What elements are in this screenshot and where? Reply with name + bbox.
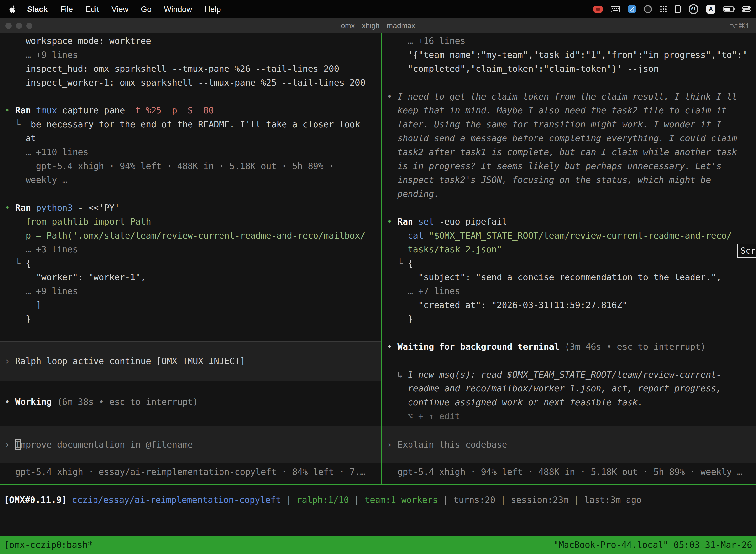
terminal-line: ]: [5, 298, 381, 312]
right-pane-footer: gpt-5.4 xhigh · 94% left · 488K in · 5.1…: [382, 465, 756, 479]
keyboard-icon[interactable]: [611, 6, 620, 12]
apple-menu-icon[interactable]: [4, 5, 21, 13]
terminal-line: [5, 187, 381, 201]
menu-item-go[interactable]: Go: [135, 5, 158, 14]
terminal-line: … +7 lines: [387, 284, 756, 298]
terminal-line: continue assigned work or next feasible …: [387, 395, 756, 409]
zoom-button[interactable]: [26, 22, 33, 29]
battery-percentage-badge[interactable]: 61: [689, 4, 698, 14]
close-button[interactable]: [5, 22, 12, 29]
terminal-line: [387, 76, 756, 90]
right-pane-output: … +16 lines '{"team_name":"my-team","tas…: [382, 33, 756, 423]
menu-app-name[interactable]: Slack: [21, 5, 54, 14]
terminal-line: p = Path('.omx/state/team/review-current…: [5, 229, 381, 242]
terminal-line: … +110 lines: [5, 145, 381, 159]
terminal-line: [387, 326, 756, 340]
working-status: • Working (6m 38s • esc to interrupt): [0, 395, 381, 409]
terminal-line: • Waiting for background terminal (3m 46…: [387, 340, 756, 354]
menu-item-file[interactable]: File: [54, 5, 79, 14]
terminal-line: gpt-5.4 xhigh · 94% left · 488K in · 5.1…: [5, 159, 381, 173]
terminal-line: └ {: [387, 257, 756, 270]
terminal-line: inspect_worker-1: omx sparkshell --tmux-…: [5, 76, 381, 90]
window-shortcut-hint: ⌥⌘1: [730, 21, 750, 30]
menu-bar-status-icons: 61 A: [593, 4, 752, 14]
menu-item-window[interactable]: Window: [158, 5, 198, 14]
left-terminal-pane[interactable]: workspace_mode: worktree … +9 lines insp…: [0, 33, 381, 484]
terminal-line: … +9 lines: [5, 48, 381, 62]
terminal-line: cat "$OMX_TEAM_STATE_ROOT/team/review-cu…: [387, 229, 756, 242]
menu-item-help[interactable]: Help: [198, 5, 227, 14]
terminal-line: }: [387, 312, 756, 326]
omx-session-status: [OMX#0.11.9] cczip/essay/ai-reimplementa…: [0, 493, 756, 507]
window-title: omx --xhigh --madmax: [0, 21, 756, 30]
battery-icon[interactable]: [723, 6, 734, 12]
traffic-lights: [5, 22, 33, 29]
terminal-line: weekly …: [5, 173, 381, 187]
menu-bar-left: Slack File Edit View Go Window Help: [4, 5, 227, 14]
menu-item-edit[interactable]: Edit: [79, 5, 105, 14]
terminal-line: • Ran set -euo pipefail: [387, 215, 756, 229]
prompt-input-left[interactable]: › Improve documentation in @filename: [0, 426, 381, 463]
terminal-line: tasks/task-2.json": [387, 242, 756, 257]
right-terminal-pane[interactable]: … +16 lines '{"team_name":"my-team","tas…: [382, 33, 756, 484]
terminal-line: readme-and-reco/mailbox/worker-1.json, a…: [387, 382, 756, 395]
terminal-line: "created_at": "2026-03-31T11:59:27.816Z": [387, 298, 756, 312]
terminal-line: └ {: [5, 257, 381, 270]
terminal-line: should send a message before completing …: [387, 131, 756, 145]
left-pane-output: workspace_mode: worktree … +9 lines insp…: [0, 33, 381, 326]
left-pane-footer: gpt-5.4 xhigh · essay/ai-reimplementatio…: [0, 465, 381, 479]
terminal-line: task2 after task1 is complete, but can I…: [387, 145, 756, 159]
terminal-line: • Ran tmux capture-pane -t %25 -p -S -80: [5, 104, 381, 117]
terminal-line: workspace_mode: worktree: [5, 34, 381, 48]
terminal-line: is in progress? It seems likely but perh…: [387, 159, 756, 173]
screen-capture-overlay: Scre: [737, 244, 756, 258]
tmux-inject-banner: › Ralph loop active continue [OMX_TMUX_I…: [0, 341, 381, 381]
terminal-line: └ be necessary for the end of the README…: [5, 117, 381, 131]
terminal-line: ↳ 1 new msg(s): read $OMX_TEAM_STATE_ROO…: [387, 368, 756, 382]
terminal-line: inspect_hud: omx sparkshell --tmux-pane …: [5, 62, 381, 76]
tmux-host-clock: "MacBook-Pro-44.local" 05:03 31-Mar-26: [553, 540, 752, 550]
prompt-input-right[interactable]: › Explain this codebase: [382, 426, 756, 463]
terminal-line: "subject": "send a concise recommendatio…: [387, 270, 756, 284]
terminal-line: pending.: [387, 187, 756, 201]
terminal-line: at: [5, 131, 381, 145]
circle-app-icon[interactable]: [644, 5, 652, 13]
terminal-line: from pathlib import Path: [5, 215, 381, 229]
terminal-line: later. Using the same for transition mig…: [387, 117, 756, 131]
terminal-line: inspect task2's JSON, focusing on the st…: [387, 173, 756, 187]
window-titlebar: omx --xhigh --madmax ⌥⌘1: [0, 18, 756, 33]
screen-recording-icon[interactable]: [593, 6, 603, 13]
terminal-line: '{"team_name":"my-team","task_id":"1","f…: [387, 48, 756, 62]
terminal-line: "completed","claim_token":"claim-token"}…: [387, 62, 756, 76]
tmux-status-bar: [omx-cczip0:bash* "MacBook-Pro-44.local"…: [0, 536, 756, 554]
tmux-session-name[interactable]: [omx-cczip0:bash*: [4, 540, 93, 550]
terminal-line: ⌥ + ↑ edit: [387, 409, 756, 423]
terminal-line: … +16 lines: [387, 34, 756, 48]
screenshot-root: Slack File Edit View Go Window Help 61 A: [0, 0, 756, 554]
terminal-line: • I need to get the claim token from the…: [387, 90, 756, 104]
terminal-line: … +9 lines: [5, 284, 381, 298]
terminal-line: … +3 lines: [5, 242, 381, 257]
pane-divider-horizontal: [0, 484, 756, 485]
input-source-icon[interactable]: A: [706, 5, 715, 14]
terminal-line: [5, 90, 381, 104]
minimize-button[interactable]: [16, 22, 22, 29]
raycast-icon[interactable]: [628, 5, 636, 13]
control-center-icon[interactable]: [742, 6, 751, 12]
app-grid-icon[interactable]: [660, 5, 667, 13]
terminal-line: }: [5, 312, 381, 326]
terminal-line: [387, 201, 756, 215]
terminal-area: workspace_mode: worktree … +9 lines insp…: [0, 33, 756, 554]
macos-menu-bar: Slack File Edit View Go Window Help 61 A: [0, 0, 756, 18]
terminal-line: [387, 354, 756, 368]
terminal-line: keep that in mind. Maybe I also need the…: [387, 104, 756, 117]
terminal-line: "worker": "worker-1",: [5, 270, 381, 284]
terminal-line: • Ran python3 - <<'PY': [5, 201, 381, 215]
iphone-mirroring-icon[interactable]: [675, 5, 681, 13]
menu-item-view[interactable]: View: [105, 5, 135, 14]
